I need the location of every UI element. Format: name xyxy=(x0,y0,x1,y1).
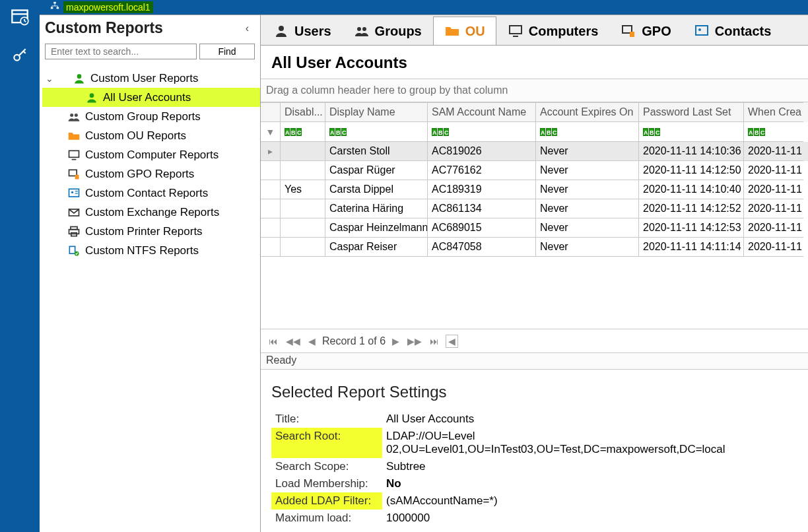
svg-point-41 xyxy=(698,28,701,31)
filter-cell[interactable]: ABC xyxy=(536,122,639,142)
tree-label: Custom Group Reports xyxy=(85,110,201,123)
tree-label: Custom NTFS Reports xyxy=(85,244,199,257)
settings-row: Added LDAP Filter:(sAMAccountName=*) xyxy=(271,492,797,510)
pager-extra-icon[interactable]: ◀ xyxy=(446,335,458,348)
data-grid: Disabl... Display Name SAM Account Name … xyxy=(261,102,808,329)
svg-rect-36 xyxy=(510,26,522,34)
tree-label: Custom OU Reports xyxy=(85,129,186,143)
svg-rect-8 xyxy=(53,2,56,4)
svg-point-34 xyxy=(357,27,361,31)
tab-ou[interactable]: OU xyxy=(433,17,496,45)
table-row[interactable]: Caspar RügerAC776162Never2020-11-11 14:1… xyxy=(261,161,808,180)
col-header-display-name[interactable]: Display Name xyxy=(325,102,428,122)
user-icon xyxy=(85,91,98,104)
table-row[interactable]: ▸Carsten StollAC819026Never2020-11-11 14… xyxy=(261,142,808,161)
grid-body: ▸Carsten StollAC819026Never2020-11-11 14… xyxy=(261,142,808,257)
svg-rect-10 xyxy=(57,7,59,9)
tree-item-custom-user-reports[interactable]: ⌄ Custom User Reports xyxy=(42,69,260,88)
tree-item-custom-ou-reports[interactable]: Custom OU Reports xyxy=(42,126,260,145)
tree-label: Custom Contact Reports xyxy=(85,187,208,200)
tree-item-all-user-accounts[interactable]: All User Accounts xyxy=(42,88,260,107)
svg-rect-40 xyxy=(696,26,708,35)
mail-icon xyxy=(67,206,81,219)
tabs: Users Groups OU Computers GPO Contacts xyxy=(261,15,808,46)
folder-icon xyxy=(67,129,81,143)
status-bar: Ready xyxy=(261,352,808,370)
svg-rect-19 xyxy=(69,150,79,157)
tab-label: OU xyxy=(465,24,485,39)
filter-cell[interactable]: ABC xyxy=(281,122,325,142)
tree-item-custom-exchange-reports[interactable]: Custom Exchange Reports xyxy=(42,203,260,222)
printer-icon xyxy=(67,225,81,238)
settings-row: Search Scope:Subtree xyxy=(271,458,797,475)
pager-next-icon[interactable]: ▶ xyxy=(391,336,401,347)
pager-next-page-icon[interactable]: ▶▶ xyxy=(406,336,423,347)
tree-label: Custom User Reports xyxy=(90,72,198,85)
col-header-sam[interactable]: SAM Account Name xyxy=(428,102,536,122)
tree-item-custom-printer-reports[interactable]: Custom Printer Reports xyxy=(42,222,260,241)
svg-rect-31 xyxy=(69,246,75,253)
network-icon xyxy=(50,1,59,13)
pager-first-icon[interactable]: ⏮ xyxy=(267,336,279,347)
col-header-pwd[interactable]: Password Last Set xyxy=(639,102,744,122)
tree-item-custom-group-reports[interactable]: Custom Group Reports xyxy=(42,107,260,126)
settings-row: Title:All User Accounts xyxy=(271,411,797,428)
filter-icon[interactable]: ▼ xyxy=(266,127,275,137)
filter-cell[interactable]: ABC xyxy=(325,122,428,142)
filter-cell[interactable]: ABC xyxy=(639,122,744,142)
tab-contacts[interactable]: Contacts xyxy=(683,17,783,45)
left-rail xyxy=(0,0,40,532)
tree-label: Custom Printer Reports xyxy=(85,225,203,238)
tab-computers[interactable]: Computers xyxy=(496,17,610,45)
svg-rect-39 xyxy=(630,32,634,37)
svg-point-16 xyxy=(90,93,94,98)
filter-cell[interactable]: ABC xyxy=(428,122,536,142)
group-by-drop-area[interactable]: Drag a column header here to group by th… xyxy=(261,79,808,102)
tab-gpo[interactable]: GPO xyxy=(609,17,682,45)
svg-point-35 xyxy=(362,27,366,31)
pager-position: Record 1 of 6 xyxy=(322,335,386,347)
tree-label: Custom Exchange Reports xyxy=(85,206,219,219)
scheduled-reports-icon[interactable] xyxy=(8,5,32,29)
tree-item-custom-contact-reports[interactable]: Custom Contact Reports xyxy=(42,183,260,203)
col-header-created[interactable]: When Crea xyxy=(744,102,803,122)
filter-cell[interactable]: ABC xyxy=(744,122,803,142)
svg-point-18 xyxy=(75,114,78,117)
table-row[interactable]: Caterina HäringAC861134Never2020-11-11 1… xyxy=(261,199,808,218)
svg-line-4 xyxy=(24,21,26,22)
col-header-disabled[interactable]: Disabl... xyxy=(281,102,325,122)
tab-users[interactable]: Users xyxy=(262,17,343,45)
tree-item-custom-gpo-reports[interactable]: Custom GPO Reports xyxy=(42,164,260,183)
contact-icon xyxy=(67,187,81,200)
svg-rect-22 xyxy=(75,174,79,179)
svg-line-7 xyxy=(23,51,25,53)
chevron-down-icon[interactable]: ⌄ xyxy=(45,73,54,84)
svg-point-24 xyxy=(71,191,73,193)
svg-rect-23 xyxy=(69,189,79,197)
pager-prev-icon[interactable]: ◀ xyxy=(307,336,317,347)
sidebar-search-input[interactable] xyxy=(45,44,197,59)
computer-icon xyxy=(67,149,81,162)
user-icon xyxy=(73,72,86,85)
group-icon xyxy=(67,110,81,123)
settings-heading: Selected Report Settings xyxy=(271,383,797,401)
col-header-expires[interactable]: Account Expires On xyxy=(536,102,639,122)
pager: ⏮ ◀◀ ◀ Record 1 of 6 ▶ ▶▶ ⏭ ◀ xyxy=(261,329,808,352)
grid-filter-row: ▼ ABC ABC ABC ABC ABC ABC xyxy=(261,122,808,142)
pager-prev-page-icon[interactable]: ◀◀ xyxy=(285,336,302,347)
sidebar-title: Custom Reports xyxy=(45,19,243,37)
sidebar-tree: ⌄ Custom User Reports All User Accounts … xyxy=(40,66,260,260)
selected-report-settings: Selected Report Settings Title:All User … xyxy=(261,370,808,532)
table-row[interactable]: Caspar HeinzelmannAC689015Never2020-11-1… xyxy=(261,218,808,238)
svg-point-15 xyxy=(77,74,82,79)
tree-item-custom-ntfs-reports[interactable]: Custom NTFS Reports xyxy=(42,241,260,260)
key-icon[interactable] xyxy=(8,44,32,67)
tab-groups[interactable]: Groups xyxy=(343,17,433,45)
sidebar-find-button[interactable]: Find xyxy=(199,44,255,59)
tree-item-custom-computer-reports[interactable]: Custom Computer Reports xyxy=(42,145,260,164)
pager-last-icon[interactable]: ⏭ xyxy=(428,336,440,347)
tree-label: Custom Computer Reports xyxy=(85,149,219,162)
table-row[interactable]: YesCarsta DippelAC189319Never2020-11-11 … xyxy=(261,180,808,199)
sidebar-collapse-icon[interactable]: ‹ xyxy=(243,22,252,34)
table-row[interactable]: Caspar ReiserAC847058Never2020-11-11 14:… xyxy=(261,238,808,257)
